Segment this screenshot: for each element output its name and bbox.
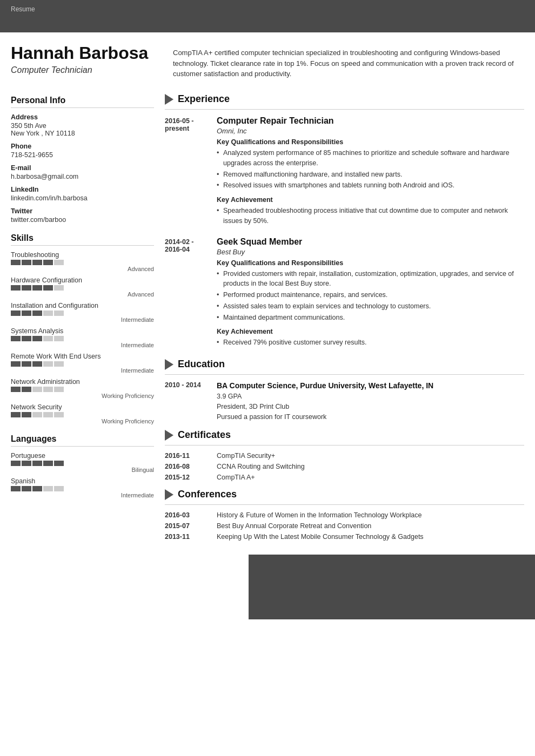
skill-block <box>54 336 64 341</box>
header-label: Resume <box>11 5 35 13</box>
skill-block <box>32 310 42 316</box>
skill-item: Installation and ConfigurationIntermedia… <box>11 302 154 323</box>
skill-bar <box>11 361 154 367</box>
conf-name: Best Buy Annual Corporate Retreat and Co… <box>217 522 524 530</box>
experience-entry: 2014-02 - 2016-04Geek Squad MemberBest B… <box>165 237 524 349</box>
skill-level: Advanced <box>11 291 154 298</box>
exp-content: Computer Repair TechnicianOmni, IncKey Q… <box>217 116 524 227</box>
list-item: Assisted sales team to explain services … <box>217 301 524 312</box>
footer-area <box>0 555 535 619</box>
conferences-container: 2016-03History & Future of Women in the … <box>165 511 524 541</box>
edu-detail: President, 3D Print Club <box>217 402 524 412</box>
cert-date: 2016-11 <box>165 452 208 460</box>
conf-name: Keeping Up With the Latest Mobile Consum… <box>217 533 524 541</box>
experience-icon <box>165 94 173 105</box>
exp-qualifications-title: Key Qualifications and Responsibilities <box>217 259 524 267</box>
conf-date: 2013-11 <box>165 533 208 541</box>
address-line1: 350 5th Ave <box>11 122 154 130</box>
certificate-entry: 2016-08CCNA Routing and Switching <box>165 463 524 470</box>
list-item: Maintained department communications. <box>217 313 524 323</box>
skill-block <box>32 260 42 265</box>
language-block <box>11 461 21 466</box>
skill-bar <box>11 387 154 392</box>
conferences-icon <box>165 489 173 500</box>
language-block <box>43 486 53 491</box>
exp-achievement-title: Key Achievement <box>217 328 524 335</box>
skill-level: Intermediate <box>11 342 154 348</box>
skill-block <box>54 260 64 265</box>
skill-block <box>43 412 53 417</box>
list-item: Resolved issues with smartphones and tab… <box>217 180 524 191</box>
edu-content: BA Computer Science, Purdue University, … <box>217 381 524 422</box>
skill-block <box>11 361 21 367</box>
edu-detail: 3.9 GPA <box>217 392 524 402</box>
list-item: Analyzed system performance of 85 machin… <box>217 148 524 168</box>
language-block <box>54 486 64 491</box>
skill-block <box>11 412 21 417</box>
skill-block <box>32 387 42 392</box>
skill-block <box>11 310 21 316</box>
edu-date: 2010 - 2014 <box>165 381 208 422</box>
skill-bar <box>11 336 154 341</box>
skill-name: Troubleshooting <box>11 251 154 259</box>
address-label: Address <box>11 113 154 121</box>
linkedin-value: linkedin.com/in/h.barbosa <box>11 194 154 202</box>
conference-entry: 2016-03History & Future of Women in the … <box>165 511 524 519</box>
skill-block <box>54 285 64 291</box>
certificate-entry: 2015-12CompTIA A+ <box>165 474 524 481</box>
language-level: Intermediate <box>11 492 154 498</box>
candidate-name: Hannah Barbosa <box>11 43 162 63</box>
skill-block <box>32 336 42 341</box>
cert-name: CompTIA A+ <box>217 474 524 481</box>
edu-detail: Pursued a passion for IT coursework <box>217 412 524 422</box>
conferences-title: Conferences <box>178 489 237 500</box>
education-entry: 2010 - 2014BA Computer Science, Purdue U… <box>165 381 524 422</box>
twitter-value: twitter.com/barboo <box>11 216 154 224</box>
certificates-divider <box>165 445 524 446</box>
skill-name: Systems Analysis <box>11 327 154 335</box>
skill-level: Intermediate <box>11 316 154 323</box>
skill-block <box>22 285 31 291</box>
exp-content: Geek Squad MemberBest BuyKey Qualificati… <box>217 237 524 349</box>
skill-level: Working Proficiency <box>11 393 154 399</box>
cert-date: 2015-12 <box>165 474 208 481</box>
skill-block <box>22 336 31 341</box>
conferences-header: Conferences <box>165 489 524 500</box>
certificates-container: 2016-11CompTIA Security+2016-08CCNA Rout… <box>165 452 524 481</box>
exp-date: 2016-05 - present <box>165 116 208 227</box>
candidate-summary: CompTIA A+ certified computer technician… <box>173 43 524 80</box>
skill-block <box>54 387 64 392</box>
language-bar <box>11 461 154 466</box>
exp-date: 2014-02 - 2016-04 <box>165 237 208 349</box>
skill-name: Installation and Configuration <box>11 302 154 309</box>
left-column: Personal Info Address 350 5th Ave New Yo… <box>11 86 154 544</box>
linkedin-label: LinkedIn <box>11 186 154 193</box>
conferences-divider <box>165 504 524 505</box>
languages-container: PortugueseBilingualSpanishIntermediate <box>11 452 154 498</box>
skill-level: Intermediate <box>11 367 154 374</box>
language-item: SpanishIntermediate <box>11 477 154 498</box>
skill-bar <box>11 285 154 291</box>
exp-achievement-title: Key Achievement <box>217 196 524 204</box>
skill-level: Working Proficiency <box>11 418 154 424</box>
skill-name: Network Administration <box>11 378 154 386</box>
phone-value: 718-521-9655 <box>11 151 154 159</box>
list-item: Provided customers with repair, installa… <box>217 269 524 289</box>
candidate-title: Computer Technician <box>11 65 162 75</box>
language-bar <box>11 486 154 491</box>
skill-block <box>54 412 64 417</box>
skills-container: TroubleshootingAdvancedHardware Configur… <box>11 251 154 424</box>
language-block <box>11 486 21 491</box>
experience-container: 2016-05 - presentComputer Repair Technic… <box>165 116 524 349</box>
email-value: h.barbosa@gmail.com <box>11 173 154 180</box>
top-section: Hannah Barbosa Computer Technician CompT… <box>0 32 535 80</box>
skill-block <box>32 285 42 291</box>
skill-block <box>43 387 53 392</box>
language-block <box>43 461 53 466</box>
right-column: Experience 2016-05 - presentComputer Rep… <box>165 86 524 544</box>
edu-degree: BA Computer Science, Purdue University, … <box>217 381 524 390</box>
exp-job-title: Computer Repair Technician <box>217 116 524 126</box>
skill-block <box>11 336 21 341</box>
list-item: Spearheaded troubleshooting process init… <box>217 206 524 226</box>
languages-title: Languages <box>11 434 154 447</box>
